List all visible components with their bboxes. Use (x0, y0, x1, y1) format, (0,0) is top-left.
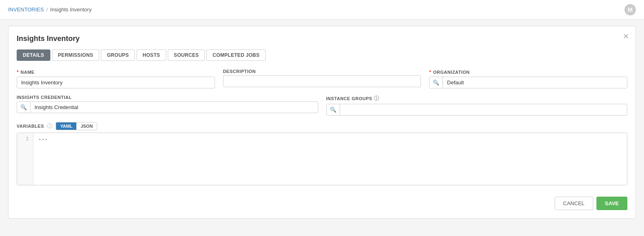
insights-credential-input-wrapper: 🔍 (17, 101, 318, 113)
organization-field-group: * ORGANIZATION 🔍 (429, 69, 627, 88)
description-label: DESCRIPTION (223, 69, 421, 74)
instance-groups-search-button[interactable]: 🔍 (327, 104, 340, 115)
inventory-card: Insights Inventory ✕ DETAILS PERMISSIONS… (8, 26, 636, 219)
insights-credential-label: INSIGHTS CREDENTIAL (17, 95, 318, 100)
org-required-star: * (429, 69, 432, 75)
variables-label-row: VARIABLES ⓘ YAML JSON (17, 122, 627, 130)
footer-actions: CANCEL SAVE (17, 192, 627, 210)
organization-search-button[interactable]: 🔍 (429, 77, 443, 88)
organization-input[interactable] (443, 77, 627, 88)
name-input[interactable] (17, 77, 215, 88)
variables-section: VARIABLES ⓘ YAML JSON 1 --- (17, 122, 627, 185)
instance-groups-input[interactable] (340, 104, 627, 115)
variables-label: VARIABLES (17, 124, 44, 129)
insights-credential-search-button[interactable]: 🔍 (17, 102, 30, 113)
tab-sources[interactable]: SOURCES (168, 49, 205, 61)
instance-groups-label: INSTANCE GROUPS ⓘ (326, 95, 628, 102)
tab-permissions[interactable]: PERMISSIONS (52, 49, 100, 61)
tab-groups[interactable]: GROUPS (101, 49, 135, 61)
form-row-2: INSIGHTS CREDENTIAL 🔍 INSTANCE GROUPS ⓘ … (17, 95, 627, 116)
code-content[interactable]: --- (33, 133, 627, 185)
yaml-button[interactable]: YAML (56, 122, 76, 130)
organization-label: * ORGANIZATION (429, 69, 627, 75)
variables-help-icon[interactable]: ⓘ (47, 122, 52, 130)
breadcrumb: INVENTORIES / Insights Inventory (8, 6, 91, 13)
name-label: * NAME (17, 69, 215, 75)
code-editor[interactable]: 1 --- (17, 133, 627, 185)
line-numbers: 1 (17, 133, 33, 185)
insights-credential-group: INSIGHTS CREDENTIAL 🔍 (17, 95, 318, 116)
organization-input-wrapper: 🔍 (429, 77, 627, 88)
top-bar: INVENTORIES / Insights Inventory M (0, 0, 644, 19)
app-logo: M (624, 4, 636, 15)
main-content: Insights Inventory ✕ DETAILS PERMISSIONS… (0, 19, 644, 225)
insights-credential-input[interactable] (30, 102, 318, 113)
name-required-star: * (17, 69, 19, 75)
tab-bar: DETAILS PERMISSIONS GROUPS HOSTS SOURCES… (17, 49, 627, 61)
description-input[interactable] (223, 75, 421, 87)
json-button[interactable]: JSON (76, 122, 97, 130)
instance-groups-group: INSTANCE GROUPS ⓘ 🔍 (326, 95, 628, 116)
instance-groups-help-icon[interactable]: ⓘ (374, 95, 379, 102)
tab-completed-jobs[interactable]: COMPLETED JOBS (206, 49, 266, 61)
breadcrumb-current: Insights Inventory (50, 6, 92, 13)
save-button[interactable]: SAVE (596, 197, 627, 210)
card-title: Insights Inventory (17, 34, 627, 43)
tab-hosts[interactable]: HOSTS (137, 49, 166, 61)
breadcrumb-inventories-link[interactable]: INVENTORIES (8, 6, 44, 13)
breadcrumb-separator: / (46, 6, 48, 13)
close-icon[interactable]: ✕ (623, 33, 629, 40)
form-row-1: * NAME DESCRIPTION * ORGANIZATION 🔍 (17, 69, 627, 88)
format-toggle: YAML JSON (56, 122, 97, 130)
description-field-group: DESCRIPTION (223, 69, 421, 88)
name-field-group: * NAME (17, 69, 215, 88)
tab-details[interactable]: DETAILS (17, 49, 50, 61)
cancel-button[interactable]: CANCEL (555, 197, 593, 210)
instance-groups-input-wrapper: 🔍 (326, 104, 628, 116)
